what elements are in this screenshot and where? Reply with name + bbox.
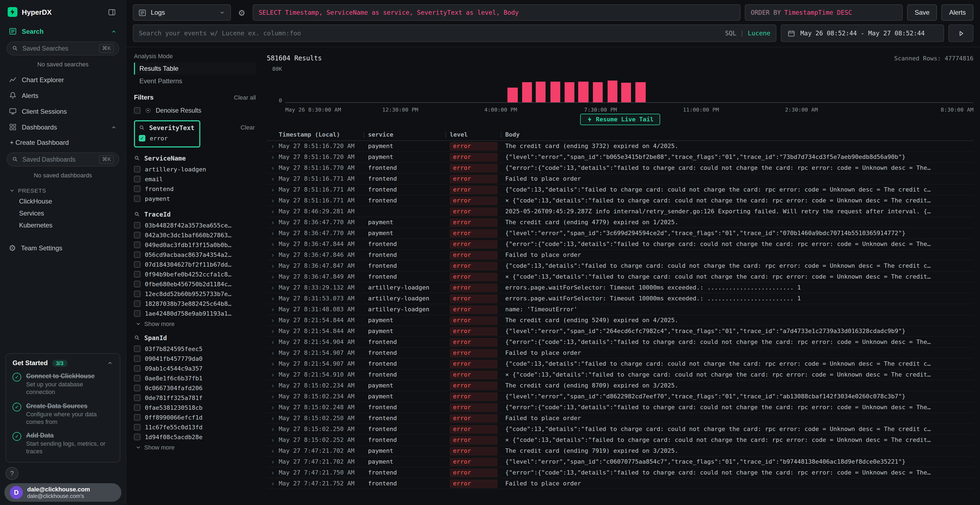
filter-checkbox-item[interactable]: 03b44828f42a3573ea655ce… bbox=[134, 221, 256, 230]
checkbox-unchecked[interactable] bbox=[134, 395, 140, 401]
checkbox-unchecked[interactable] bbox=[134, 251, 140, 258]
denoise-checkbox[interactable] bbox=[134, 107, 140, 113]
filter-checkbox-item[interactable]: 11c67fe55c0d13fd bbox=[134, 422, 256, 432]
filter-checkbox-item[interactable]: artillery-loadgen bbox=[134, 164, 256, 174]
expand-row-icon[interactable]: › bbox=[267, 284, 279, 291]
expand-row-icon[interactable]: › bbox=[267, 459, 279, 465]
preset-item-kubernetes[interactable]: Kubernetes bbox=[0, 219, 126, 231]
checkbox-unchecked[interactable] bbox=[134, 375, 140, 381]
chart-plot-area[interactable] bbox=[285, 68, 974, 103]
expand-row-icon[interactable]: › bbox=[267, 176, 279, 182]
save-button[interactable]: Save bbox=[907, 4, 937, 21]
table-row[interactable]: ›May 27 8:31:48.083 AMartillery-loadgene… bbox=[267, 304, 974, 315]
date-range-picker[interactable]: May 26 08:52:44 - May 27 08:52:44 bbox=[781, 24, 944, 42]
expand-row-icon[interactable]: › bbox=[267, 230, 279, 237]
table-row[interactable]: ›May 27 8:36:47.847 AMfrontenderror{"cod… bbox=[267, 260, 974, 272]
chevron-up-icon[interactable] bbox=[111, 124, 117, 130]
histogram-bar[interactable] bbox=[621, 83, 631, 102]
expand-row-icon[interactable]: › bbox=[267, 382, 279, 389]
filter-checkbox-item[interactable]: 056cd9acbaac8637a4354a2… bbox=[134, 250, 256, 260]
histogram-bar[interactable] bbox=[593, 82, 603, 102]
col-timestamp[interactable]: Timestamp (Local) bbox=[279, 131, 368, 138]
expand-row-icon[interactable]: › bbox=[267, 252, 279, 258]
presets-section-toggle[interactable]: PRESETS bbox=[0, 183, 126, 195]
filter-checkbox-item[interactable]: 0f94b9befe0b4252ccfa1c8… bbox=[134, 269, 256, 279]
checkbox-checked[interactable]: ✓ bbox=[139, 135, 145, 141]
sidebar-item-dashboards[interactable]: Dashboards bbox=[0, 119, 126, 135]
sidebar-item-search[interactable]: Search bbox=[0, 24, 126, 39]
checkbox-unchecked[interactable] bbox=[134, 300, 140, 307]
expand-row-icon[interactable]: › bbox=[267, 165, 279, 171]
histogram-bar[interactable] bbox=[536, 82, 546, 102]
checkbox-unchecked[interactable] bbox=[134, 176, 140, 182]
table-row[interactable]: ›May 27 8:31:53.073 AMartillery-loadgene… bbox=[267, 293, 974, 304]
filter-checkbox-item[interactable]: 0de781ff325a781f bbox=[134, 393, 256, 403]
histogram-bar[interactable] bbox=[550, 82, 560, 102]
filter-checkbox-item[interactable]: 03f7b824595feec5 bbox=[134, 344, 256, 354]
expand-row-icon[interactable]: › bbox=[267, 360, 279, 367]
source-select[interactable]: Logs bbox=[133, 4, 231, 21]
table-row[interactable]: ›May 27 8:15:02.234 AMpaymenterrorThe cr… bbox=[267, 380, 974, 391]
filter-checkbox-item[interactable]: 07d184304627bf2f11b67dd… bbox=[134, 260, 256, 269]
checkbox-unchecked[interactable] bbox=[134, 414, 140, 421]
order-by-input[interactable]: ORDER BY TimestampTime DESC bbox=[745, 4, 903, 21]
expand-row-icon[interactable]: › bbox=[267, 339, 279, 345]
saved-dashboards-input[interactable]: ⌘K bbox=[6, 152, 119, 167]
filter-checkbox-item[interactable]: frontend bbox=[134, 184, 256, 194]
expand-row-icon[interactable]: › bbox=[267, 295, 279, 302]
table-row[interactable]: ›May 27 8:51:16.771 AMfrontenderrorFaile… bbox=[267, 173, 974, 184]
expand-row-icon[interactable]: › bbox=[267, 328, 279, 334]
user-menu[interactable]: D dale@clickhouse.com dale@clickhouse.co… bbox=[4, 483, 121, 502]
checkbox-unchecked[interactable] bbox=[134, 424, 140, 430]
filter-checkbox-item[interactable]: 12ec8dd52b60b9525733b7e… bbox=[134, 289, 256, 299]
col-body[interactable]: Body bbox=[505, 131, 974, 138]
checkbox-unchecked[interactable] bbox=[134, 434, 140, 440]
get-started-step[interactable]: ✓ Add Data Start sending logs, metrics, … bbox=[13, 432, 113, 456]
sidebar-item-chart-explorer[interactable]: Chart Explorer bbox=[0, 72, 126, 87]
histogram-bar[interactable] bbox=[607, 81, 617, 102]
expand-row-icon[interactable]: › bbox=[267, 404, 279, 411]
expand-row-icon[interactable]: › bbox=[267, 306, 279, 313]
table-row[interactable]: ›May 27 8:15:02.234 AMpaymenterror{"leve… bbox=[267, 391, 974, 402]
get-started-step[interactable]: ✓ Connect to ClickHouse Set up your data… bbox=[13, 373, 113, 396]
table-row[interactable]: ›May 27 8:21:54.844 AMpaymenterror{"leve… bbox=[267, 326, 974, 337]
get-started-step[interactable]: ✓ Create Data Sources Configure where yo… bbox=[13, 402, 113, 426]
table-row[interactable]: ›May 27 8:21:54.904 AMfrontenderror{"err… bbox=[267, 337, 974, 348]
saved-dashboards-field[interactable] bbox=[22, 156, 95, 163]
filter-checkbox-item[interactable]: ✓error bbox=[139, 133, 194, 143]
table-row[interactable]: ›May 27 7:47:21.752 AMfrontenderrorFaile… bbox=[267, 478, 974, 489]
expand-row-icon[interactable]: › bbox=[267, 241, 279, 247]
saved-searches-input[interactable]: ⌘K bbox=[6, 41, 119, 56]
table-row[interactable]: ›May 27 8:15:02.252 AMfrontenderror× {"c… bbox=[267, 435, 974, 446]
search-icon[interactable] bbox=[139, 125, 145, 131]
mode-event-patterns[interactable]: Event Patterns bbox=[134, 75, 256, 87]
filter-checkbox-item[interactable]: 18287038b73e882425c64b8… bbox=[134, 299, 256, 308]
sql-mode-toggle[interactable]: SQL bbox=[725, 29, 737, 37]
run-search-button[interactable] bbox=[948, 24, 974, 42]
table-row[interactable]: ›May 27 8:15:02.250 AMfrontenderrorFaile… bbox=[267, 413, 974, 424]
filter-checkbox-item[interactable]: 09ab1c4544c9a357 bbox=[134, 364, 256, 373]
filter-checkbox-item[interactable]: payment bbox=[134, 194, 256, 203]
collapse-sidebar-icon[interactable] bbox=[105, 8, 118, 16]
checkbox-unchecked[interactable] bbox=[134, 365, 140, 372]
table-row[interactable]: ›May 27 8:21:54.907 AMfrontenderror{"cod… bbox=[267, 359, 974, 370]
alerts-button[interactable]: Alerts bbox=[942, 4, 974, 21]
expand-row-icon[interactable]: › bbox=[267, 448, 279, 454]
expand-row-icon[interactable]: › bbox=[267, 349, 279, 356]
spanid-show-more[interactable]: Show more bbox=[134, 442, 256, 451]
checkbox-unchecked[interactable] bbox=[134, 241, 140, 248]
checkbox-unchecked[interactable] bbox=[134, 222, 140, 229]
filter-checkbox-item[interactable]: 0fae5381230518cb bbox=[134, 403, 256, 413]
create-dashboard-button[interactable]: + Create Dashboard bbox=[0, 135, 126, 150]
filter-checkbox-item[interactable]: 042a30c3dc1baf660b27863… bbox=[134, 230, 256, 240]
table-row[interactable]: ›May 27 8:46:29.281 AMerror2025-05-26T09… bbox=[267, 206, 974, 217]
expand-row-icon[interactable]: › bbox=[267, 317, 279, 324]
expand-row-icon[interactable]: › bbox=[267, 393, 279, 400]
col-level[interactable]: level bbox=[450, 131, 505, 138]
preset-item-clickhouse[interactable]: ClickHouse bbox=[0, 195, 126, 207]
expand-row-icon[interactable]: › bbox=[267, 480, 279, 487]
histogram-bar[interactable] bbox=[565, 82, 575, 102]
filter-checkbox-item[interactable]: email bbox=[134, 174, 256, 184]
expand-row-icon[interactable]: › bbox=[267, 154, 279, 160]
table-row[interactable]: ›May 27 8:51:16.720 AMpaymenterror{"leve… bbox=[267, 152, 974, 163]
